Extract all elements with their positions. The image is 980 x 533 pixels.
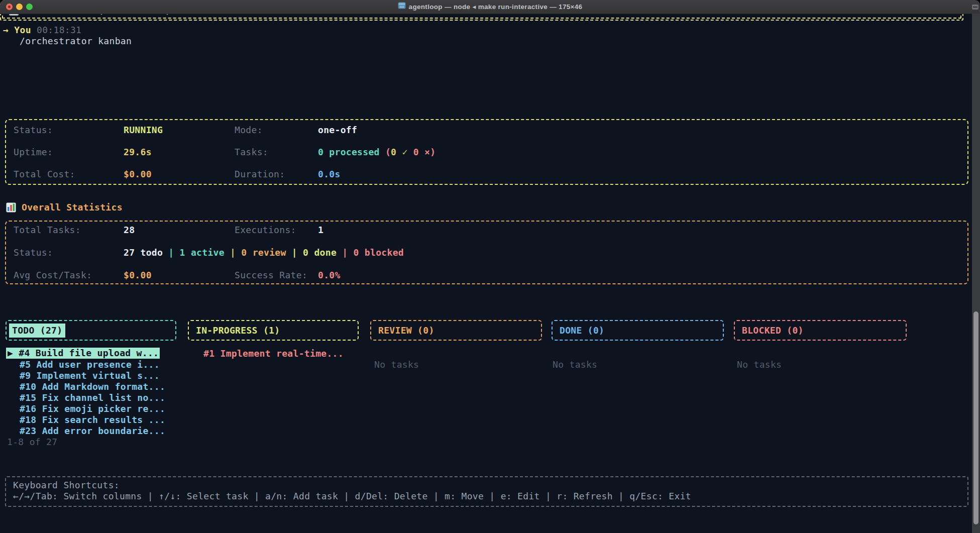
column-header-done[interactable]: DONE (0) <box>552 320 724 341</box>
done-column-label: DONE (0) <box>560 325 604 336</box>
task-label: #4 Build file upload w... <box>19 348 159 358</box>
column-header-blocked[interactable]: BLOCKED (0) <box>734 320 907 341</box>
todo-task-list: #5 Add user presence i... #9 Implement v… <box>20 359 165 437</box>
avg-cost-value: $0.00 <box>124 270 152 281</box>
column-header-review[interactable]: REVIEW (0) <box>370 320 542 341</box>
executions-value: 1 <box>318 225 323 236</box>
success-rate-value: 0.0% <box>318 270 341 281</box>
bar-chart-icon <box>6 202 16 212</box>
task-item[interactable]: #18 Fix search results ... <box>20 414 165 425</box>
prompt-arrow-icon: → <box>3 25 9 35</box>
overall-stats-title: Overall Statistics <box>22 202 123 213</box>
task-item[interactable]: #9 Implement virtual s... <box>20 370 165 381</box>
user-label: You <box>14 25 31 35</box>
keyboard-shortcuts-title: Keyboard Shortcuts: <box>13 480 967 491</box>
duration-label: Duration: <box>235 169 285 180</box>
duration-value: 0.0s <box>318 169 341 180</box>
scrollbar-track[interactable] <box>972 14 980 533</box>
tasks-value: 0 processed (0 ✓ 0 ×) <box>318 147 435 158</box>
review-column-label: REVIEW (0) <box>378 325 434 336</box>
task-item[interactable]: #16 Fix emoji picker re... <box>20 403 165 414</box>
window-title: agentloop — node ◂ make run-interactive … <box>409 2 583 13</box>
done-empty-state: No tasks <box>553 359 597 370</box>
total-cost-value: $0.00 <box>124 169 152 180</box>
status-label: Status: <box>14 125 53 136</box>
total-tasks-value: 28 <box>124 225 135 236</box>
todo-pagination: 1-8 of 27 <box>7 437 57 448</box>
zoom-button[interactable] <box>26 4 33 10</box>
keyboard-shortcuts-list: ←/→/Tab: Switch columns | ↑/↓: Select ta… <box>13 491 967 502</box>
orchestrator-status-box: Status: RUNNING Mode: one-off Uptime: 29… <box>5 119 968 185</box>
uptime-label: Uptime: <box>14 147 53 158</box>
stats-status-label: Status: <box>14 247 53 258</box>
task-item-selected[interactable]: ▶ #4 Build file upload w... <box>6 348 160 359</box>
total-cost-label: Total Cost: <box>14 169 75 180</box>
task-item[interactable]: #15 Fix channel list no... <box>20 392 165 403</box>
selection-arrow-icon: ▶ <box>8 348 19 358</box>
column-header-todo[interactable]: TODO (27) <box>6 320 176 341</box>
stats-status-breakdown: 27 todo | 1 active | 0 review | 0 done |… <box>124 247 404 258</box>
keyboard-shortcuts-box: Keyboard Shortcuts: ←/→/Tab: Switch colu… <box>5 476 968 507</box>
task-item[interactable]: #23 Add error boundarie... <box>20 425 165 437</box>
task-item[interactable]: #10 Add Markdown format... <box>20 381 165 392</box>
message-timestamp: 00:18:31 <box>37 25 81 35</box>
close-button[interactable] <box>6 4 13 10</box>
mode-value: one-off <box>318 125 357 136</box>
task-item-in-progress[interactable]: #1 Implement real-time... <box>203 348 344 359</box>
in-progress-column-label: IN-PROGRESS (1) <box>196 325 280 336</box>
terminal-window[interactable]: agentloop — node ◂ make run-interactive … <box>0 0 980 533</box>
task-item[interactable]: #5 Add user presence i... <box>20 359 165 370</box>
executions-label: Executions: <box>235 225 296 236</box>
check-icon: ✓ <box>402 147 407 157</box>
mode-label: Mode: <box>235 125 263 136</box>
minimize-button[interactable] <box>16 4 23 10</box>
split-pane-icon[interactable] <box>972 5 978 10</box>
user-message-header: → You 00:18:31 <box>3 25 81 36</box>
todo-column-label: TODO (27) <box>9 324 65 338</box>
total-tasks-label: Total Tasks: <box>14 225 81 236</box>
cross-icon: ×) <box>424 147 435 157</box>
terminal-doc-icon <box>398 2 406 13</box>
overall-stats-box: Total Tasks: 28 Executions: 1 Status: 27… <box>5 221 968 284</box>
tasks-label: Tasks: <box>235 147 268 158</box>
scrollbar-thumb[interactable] <box>973 311 978 524</box>
window-titlebar: agentloop — node ◂ make run-interactive … <box>0 0 980 14</box>
blocked-column-label: BLOCKED (0) <box>742 325 804 336</box>
review-empty-state: No tasks <box>374 359 419 370</box>
uptime-value: 29.6s <box>124 147 152 158</box>
blocked-empty-state: No tasks <box>737 359 782 370</box>
column-header-in-progress[interactable]: IN-PROGRESS (1) <box>188 320 359 341</box>
overall-stats-header: Overall Statistics <box>6 202 123 213</box>
success-rate-label: Success Rate: <box>235 270 307 281</box>
avg-cost-label: Avg Cost/Task: <box>14 270 92 281</box>
user-command: /orchestrator kanban <box>20 36 132 47</box>
status-value: RUNNING <box>124 125 163 136</box>
